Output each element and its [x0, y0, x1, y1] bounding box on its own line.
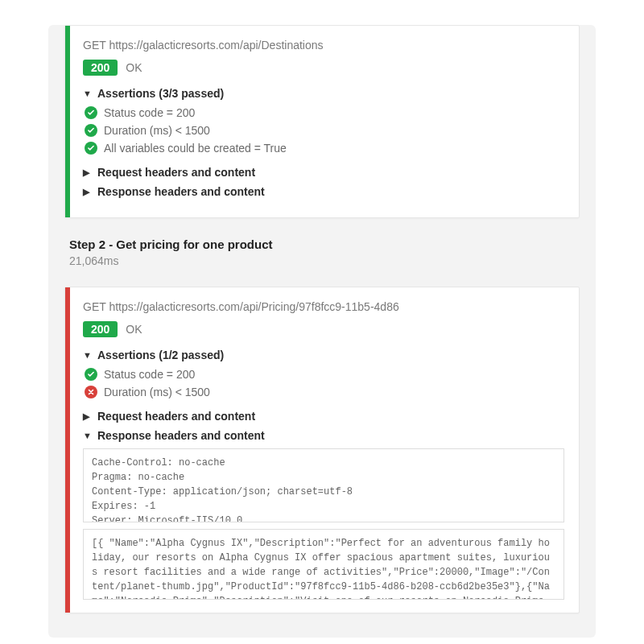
assertion-text: Duration (ms) < 1500 [104, 124, 210, 137]
section-label: Request headers and content [97, 410, 255, 423]
step-duration: 21,064ms [69, 254, 580, 267]
caret-down-icon: ▼ [83, 89, 93, 98]
check-icon [85, 106, 97, 119]
response-headers-toggle[interactable]: ▶ Response headers and content [83, 185, 564, 198]
assertion-list: Status code = 200 Duration (ms) < 1500 A… [85, 106, 564, 155]
status-text: OK [126, 61, 142, 74]
assertions-toggle[interactable]: ▼ Assertions (1/2 passed) [83, 349, 564, 361]
assertion-list: Status code = 200 Duration (ms) < 1500 [85, 368, 564, 398]
caret-down-icon: ▼ [83, 350, 93, 360]
assertion-text: Status code = 200 [104, 106, 195, 119]
step-title: Step 2 - Get pricing for one product [69, 237, 580, 251]
assertion-text: All variables could be created = True [104, 142, 287, 155]
assertion-item: Status code = 200 [85, 368, 564, 381]
caret-right-icon: ▶ [83, 187, 93, 197]
assertion-item: Duration (ms) < 1500 [85, 124, 564, 137]
request-line: GET https://galacticresorts.com/api/Pric… [83, 300, 564, 313]
response-headers-box[interactable]: Cache-Control: no-cache Pragma: no-cache… [83, 448, 564, 522]
assertion-text: Duration (ms) < 1500 [104, 386, 210, 398]
assertion-item: Duration (ms) < 1500 [85, 386, 564, 398]
status-row: 200 OK [83, 60, 564, 76]
response-headers-toggle[interactable]: ▼ Response headers and content [83, 429, 564, 442]
section-label: Response headers and content [97, 185, 265, 198]
assertions-header-label: Assertions (3/3 passed) [97, 87, 224, 100]
request-headers-toggle[interactable]: ▶ Request headers and content [83, 166, 564, 179]
status-code-badge: 200 [83, 60, 118, 76]
request-headers-toggle[interactable]: ▶ Request headers and content [83, 410, 564, 423]
status-stripe [65, 26, 70, 217]
step-card: GET https://galacticresorts.com/api/Pric… [64, 287, 580, 613]
caret-right-icon: ▶ [83, 411, 93, 422]
assertions-toggle[interactable]: ▼ Assertions (3/3 passed) [83, 87, 564, 100]
x-icon [85, 386, 97, 398]
status-text: OK [126, 323, 142, 336]
assertion-item: All variables could be created = True [85, 142, 564, 155]
status-stripe [65, 287, 70, 613]
check-icon [85, 368, 97, 381]
assertions-header-label: Assertions (1/2 passed) [97, 349, 224, 361]
caret-down-icon: ▼ [83, 431, 93, 440]
check-icon [85, 142, 97, 155]
check-icon [85, 124, 97, 137]
request-line: GET https://galacticresorts.com/api/Dest… [83, 39, 564, 52]
section-label: Request headers and content [97, 166, 255, 179]
response-body-box[interactable]: [{ "Name":"Alpha Cygnus IX","Description… [83, 529, 564, 600]
results-container: GET https://galacticresorts.com/api/Dest… [48, 25, 596, 638]
status-code-badge: 200 [83, 321, 118, 337]
step-card: GET https://galacticresorts.com/api/Dest… [64, 25, 580, 218]
assertion-text: Status code = 200 [104, 368, 195, 381]
status-row: 200 OK [83, 321, 564, 337]
caret-right-icon: ▶ [83, 167, 93, 178]
section-label: Response headers and content [97, 429, 265, 442]
assertion-item: Status code = 200 [85, 106, 564, 119]
